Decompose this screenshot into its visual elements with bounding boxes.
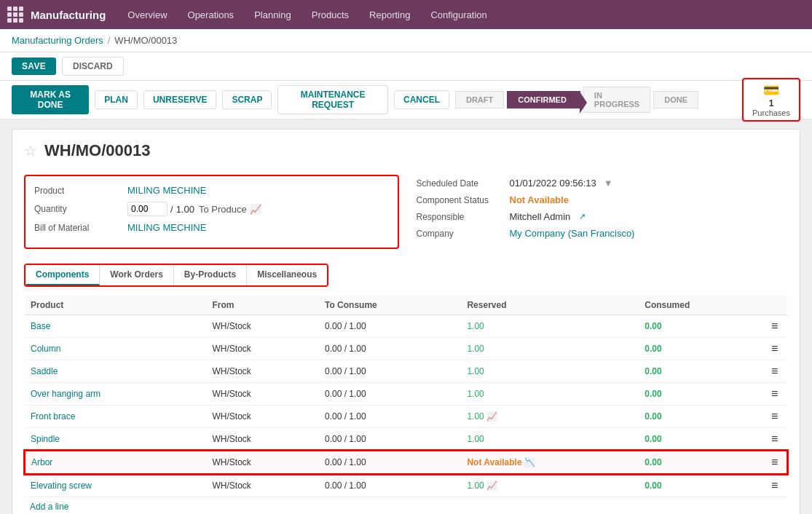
- form-left-panel: Product MILING MECHINE Quantity 0.00 / 1…: [24, 175, 399, 249]
- responsible-label: Responsible: [417, 212, 504, 222]
- nav-reporting[interactable]: Reporting: [360, 0, 419, 29]
- tab-components[interactable]: Components: [25, 265, 100, 285]
- maintenance-request-button[interactable]: MAINTENANCE REQUEST: [277, 85, 388, 114]
- favorite-star-icon[interactable]: ☆: [24, 142, 37, 159]
- cell-to-consume: 0.00 / 1.00: [319, 383, 461, 406]
- chart-icon-green2[interactable]: 📈: [486, 481, 497, 491]
- date-dropdown-icon[interactable]: ▼: [604, 178, 613, 189]
- cell-product[interactable]: Front brace: [25, 406, 207, 428]
- cell-consumed: 0.00: [639, 383, 765, 406]
- col-product: Product: [25, 296, 207, 315]
- cell-menu[interactable]: ≡: [765, 360, 787, 383]
- table-row: Saddle WH/Stock 0.00 / 1.00 1.00 0.00 ≡: [25, 360, 787, 383]
- quantity-separator: /: [170, 204, 173, 215]
- col-consumed: Consumed: [639, 296, 765, 315]
- tabs-bar: Components Work Orders By-Products Misce…: [24, 264, 328, 287]
- plan-button[interactable]: PLAN: [95, 90, 138, 109]
- cell-consumed: 0.00: [639, 315, 765, 338]
- breadcrumb: Manufacturing Orders / WH/MO/00013: [0, 29, 812, 52]
- top-navigation: Manufacturing Overview Operations Planni…: [0, 0, 812, 29]
- cell-product[interactable]: Spindle: [25, 428, 207, 451]
- table-row: Elevating screw WH/Stock 0.00 / 1.00 1.0…: [25, 474, 787, 497]
- nav-configuration[interactable]: Configuration: [422, 0, 495, 29]
- nav-products[interactable]: Products: [303, 0, 358, 29]
- scheduled-date-value[interactable]: 01/01/2022 09:56:13: [510, 178, 596, 189]
- chart-icon-red[interactable]: 📉: [524, 457, 535, 467]
- chart-icon-green[interactable]: 📈: [486, 411, 497, 422]
- credit-card-icon: 💳: [763, 82, 779, 98]
- cell-consumed: 0.00: [639, 338, 765, 360]
- nav-operations[interactable]: Operations: [179, 0, 243, 29]
- cancel-button[interactable]: CANCEL: [394, 90, 449, 109]
- company-row: Company My Company (San Francisco): [417, 228, 786, 239]
- cell-menu[interactable]: ≡: [765, 315, 787, 338]
- external-link-icon[interactable]: ↗: [579, 212, 586, 221]
- purchases-badge[interactable]: 💳 1 Purchases: [742, 78, 800, 122]
- component-status-label: Component Status: [417, 195, 504, 205]
- table-row: Over hanging arm WH/Stock 0.00 / 1.00 1.…: [25, 383, 787, 406]
- status-done: DONE: [653, 91, 698, 108]
- chart-icon[interactable]: 📈: [250, 204, 261, 215]
- cell-menu[interactable]: ≡: [765, 474, 787, 497]
- bom-value[interactable]: MILING MECHINE: [127, 222, 206, 233]
- discard-button[interactable]: DISCARD: [62, 57, 124, 76]
- mark-as-done-button[interactable]: MARK AS DONE: [12, 85, 89, 114]
- company-value[interactable]: My Company (San Francisco): [510, 228, 635, 239]
- cell-product[interactable]: Arbor: [25, 451, 207, 474]
- cell-product[interactable]: Elevating screw: [25, 474, 207, 497]
- action-bar: SAVE DISCARD: [0, 52, 812, 81]
- cell-product[interactable]: Over hanging arm: [25, 383, 207, 406]
- unreserve-button[interactable]: UNRESERVE: [143, 90, 216, 109]
- title-row: ☆ WH/MO/00013: [24, 141, 788, 160]
- responsible-value[interactable]: Mitchell Admin: [510, 211, 571, 222]
- cell-product[interactable]: Column: [25, 338, 207, 360]
- nav-planning[interactable]: Planning: [245, 0, 300, 29]
- nav-overview[interactable]: Overview: [119, 0, 176, 29]
- breadcrumb-separator: /: [108, 35, 111, 46]
- purchases-label: Purchases: [752, 108, 790, 117]
- tab-miscellaneous[interactable]: Miscellaneous: [247, 265, 327, 285]
- cell-menu[interactable]: ≡: [765, 451, 787, 474]
- cell-consumed: 0.00: [639, 474, 765, 497]
- cell-to-consume: 0.00 / 1.00: [319, 406, 461, 428]
- cell-reserved: 1.00: [461, 315, 639, 338]
- cell-menu[interactable]: ≡: [765, 338, 787, 360]
- bom-row: Bill of Material MILING MECHINE: [34, 222, 389, 233]
- status-confirmed: CONFIRMED: [507, 91, 580, 108]
- cell-menu[interactable]: ≡: [765, 383, 787, 406]
- quantity-label: Quantity: [34, 204, 122, 214]
- quantity-max: 1.00: [176, 204, 194, 215]
- table-row: Base WH/Stock 0.00 / 1.00 1.00 0.00 ≡: [25, 315, 787, 338]
- tab-by-products[interactable]: By-Products: [174, 265, 247, 285]
- cell-reserved: 1.00: [461, 428, 639, 451]
- table-row: Front brace WH/Stock 0.00 / 1.00 1.00 📈 …: [25, 406, 787, 428]
- cell-menu[interactable]: ≡: [765, 406, 787, 428]
- product-value[interactable]: MILING MECHINE: [127, 185, 206, 196]
- components-table: Product From To Consume Reserved Consume…: [24, 296, 788, 497]
- scrap-button[interactable]: SCRAP: [222, 90, 272, 109]
- cell-consumed: 0.00: [639, 451, 765, 474]
- component-status-row: Component Status Not Available: [417, 194, 786, 205]
- quantity-field: 0.00 / 1.00 To Produce 📈: [127, 202, 261, 216]
- status-draft: DRAFT: [455, 91, 504, 108]
- breadcrumb-parent[interactable]: Manufacturing Orders: [12, 35, 103, 46]
- cell-from: WH/Stock: [207, 383, 319, 406]
- add-line-button[interactable]: Add a line: [24, 497, 74, 514]
- scheduled-date-row: Scheduled Date 01/01/2022 09:56:13 ▼: [417, 178, 786, 189]
- save-button[interactable]: SAVE: [12, 58, 56, 75]
- cell-to-consume: 0.00 / 1.00: [319, 428, 461, 451]
- cell-from: WH/Stock: [207, 315, 319, 338]
- cell-from: WH/Stock: [207, 451, 319, 474]
- cell-menu[interactable]: ≡: [765, 428, 787, 451]
- cell-reserved: 1.00: [461, 360, 639, 383]
- app-name[interactable]: Manufacturing: [31, 9, 106, 21]
- tab-work-orders[interactable]: Work Orders: [100, 265, 173, 285]
- record-title: WH/MO/00013: [44, 141, 151, 160]
- cell-product[interactable]: Saddle: [25, 360, 207, 383]
- app-grid-icon[interactable]: [7, 7, 23, 23]
- quantity-input[interactable]: 0.00: [127, 202, 167, 216]
- cell-to-consume: 0.00 / 1.00: [319, 451, 461, 474]
- bom-label: Bill of Material: [34, 223, 122, 233]
- cell-product[interactable]: Base: [25, 315, 207, 338]
- toolbar: MARK AS DONE PLAN UNRESERVE SCRAP MAINTE…: [0, 81, 812, 120]
